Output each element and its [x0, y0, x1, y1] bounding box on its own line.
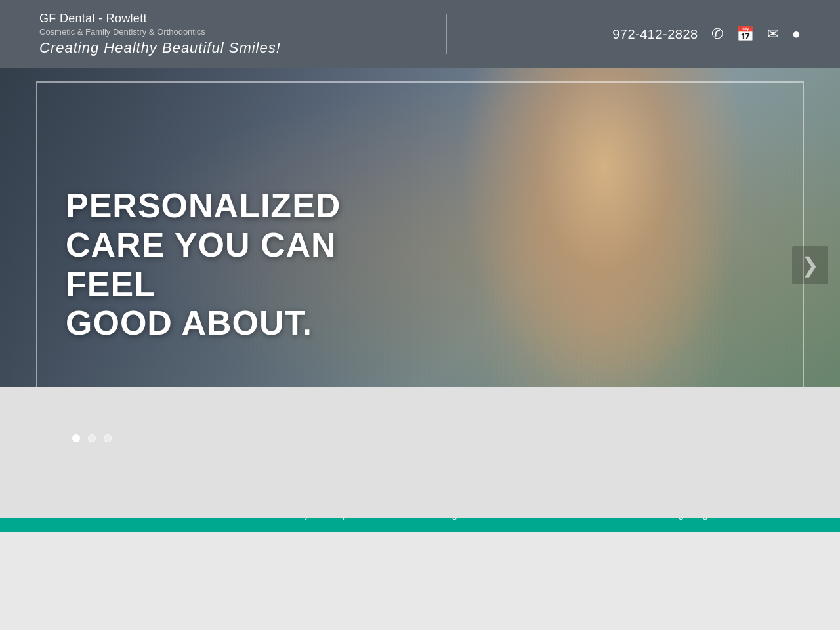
- logo-section: GF Dental - Rowlett Cosmetic & Family De…: [39, 12, 281, 56]
- location-icon[interactable]: ●: [792, 26, 801, 43]
- logo-sub: Cosmetic & Family Dentistry & Orthodonti…: [39, 27, 281, 37]
- slideshow-dots: [72, 434, 112, 442]
- hero-content: PERSONALIZED CARE YOU CAN FEEL GOOD ABOU…: [66, 186, 394, 343]
- slide-dot-1[interactable]: [72, 434, 80, 442]
- hero-headline-line3: GOOD ABOUT.: [66, 304, 312, 343]
- hero-headline: PERSONALIZED CARE YOU CAN FEEL GOOD ABOU…: [66, 186, 394, 343]
- calendar-icon[interactable]: 📅: [736, 26, 754, 43]
- next-slide-arrow[interactable]: ❯: [792, 246, 828, 284]
- hero-headline-line1: PERSONALIZED: [66, 186, 341, 224]
- hero-headline-line2: CARE YOU CAN FEEL: [66, 226, 337, 303]
- site-header: GF Dental - Rowlett Cosmetic & Family De…: [0, 0, 840, 68]
- slide-dot-2[interactable]: [88, 434, 96, 442]
- email-icon[interactable]: ✉: [767, 26, 779, 43]
- slide-dot-3[interactable]: [104, 434, 112, 442]
- logo-tagline: Creating Healthy Beautiful Smiles!: [39, 39, 281, 56]
- logo-main: GF Dental - Rowlett: [39, 12, 281, 26]
- contact-section: 972-412-2828 ✆ 📅 ✉ ●: [612, 26, 801, 43]
- phone-icon[interactable]: ✆: [711, 26, 723, 43]
- phone-number[interactable]: 972-412-2828: [612, 27, 698, 42]
- header-divider: [446, 14, 447, 54]
- page-background: [0, 387, 840, 518]
